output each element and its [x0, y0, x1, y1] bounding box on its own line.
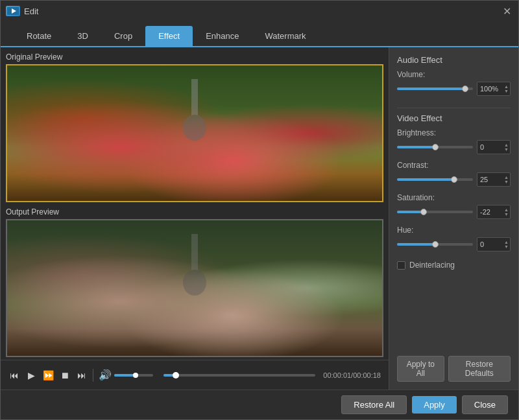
- separator: [93, 369, 93, 382]
- saturation-label: Saturation:: [397, 193, 511, 202]
- app-icon: [6, 6, 20, 16]
- play-button[interactable]: ▶: [25, 370, 37, 380]
- saturation-thumb: [420, 209, 427, 215]
- contrast-track[interactable]: [397, 178, 473, 181]
- contrast-spinners[interactable]: ▲ ▼: [504, 175, 509, 184]
- volume-control: Volume: 100% ▲ ▼: [397, 70, 511, 96]
- saturation-track[interactable]: [397, 211, 473, 213]
- video-effect-title: Video Effect: [397, 113, 511, 123]
- deinterlacing-checkbox[interactable]: [397, 261, 405, 270]
- original-image: [7, 65, 382, 201]
- apply-button[interactable]: Apply: [412, 396, 457, 414]
- saturation-slider-row: -22 ▲ ▼: [397, 205, 511, 219]
- stop-button[interactable]: ⏹: [59, 370, 71, 380]
- svg-point-5: [183, 270, 206, 296]
- volume-spinners[interactable]: ▲ ▼: [504, 84, 509, 93]
- brightness-track[interactable]: [397, 146, 473, 148]
- right-panel-bottom: Apply to All Restore Defaults: [397, 356, 511, 382]
- volume-track-thumb: [462, 86, 468, 92]
- brightness-spinners[interactable]: ▲ ▼: [504, 143, 509, 152]
- output-image: [7, 220, 382, 356]
- bottom-bar: Restore All Apply Close: [1, 390, 518, 419]
- brightness-down-arrow[interactable]: ▼: [504, 147, 509, 152]
- hue-label: Hue:: [397, 226, 511, 235]
- apply-to-all-button[interactable]: Apply to All: [397, 356, 444, 382]
- edit-window: Edit ✕ Rotate 3D Crop Effect Enhance Wat…: [0, 0, 519, 420]
- hue-spinners[interactable]: ▲ ▼: [504, 240, 509, 249]
- restore-all-button[interactable]: Restore All: [341, 395, 407, 414]
- tab-effect[interactable]: Effect: [145, 26, 193, 46]
- contrast-up-arrow[interactable]: ▲: [504, 175, 509, 180]
- fast-forward-button[interactable]: ⏩: [42, 370, 54, 380]
- title-bar: Edit ✕: [1, 1, 518, 21]
- apply-restore-row: Apply to All Restore Defaults: [397, 356, 511, 382]
- time-display: 00:00:01/00:00:18: [323, 371, 381, 379]
- hue-down-arrow[interactable]: ▼: [504, 244, 509, 249]
- preview-area: Original Preview Output Preview: [1, 47, 389, 390]
- output-preview-video: [6, 219, 383, 357]
- skip-forward-button[interactable]: ⏭: [76, 370, 88, 380]
- saturation-control: Saturation: -22 ▲ ▼: [397, 193, 511, 219]
- brightness-slider-row: 0 ▲ ▼: [397, 140, 511, 154]
- playback-controls: ⏮ ▶ ⏩ ⏹ ⏭ 🔊 00:00:01/00:00:18: [1, 360, 389, 390]
- hue-fill: [397, 243, 435, 246]
- main-content: Original Preview Output Preview: [1, 47, 518, 390]
- audio-effect-title: Audio Effect: [397, 55, 511, 65]
- tab-rotate[interactable]: Rotate: [14, 26, 64, 46]
- contrast-slider-row: 25 ▲ ▼: [397, 172, 511, 187]
- volume-slider[interactable]: [114, 374, 153, 377]
- volume-track[interactable]: [397, 88, 473, 90]
- volume-down-arrow[interactable]: ▼: [504, 89, 509, 93]
- skip-back-button[interactable]: ⏮: [8, 370, 20, 380]
- contrast-thumb: [451, 176, 457, 183]
- hue-up-arrow[interactable]: ▲: [504, 240, 509, 244]
- timeline-slider[interactable]: [163, 374, 315, 377]
- volume-up-arrow[interactable]: ▲: [504, 84, 509, 89]
- window-title: Edit: [24, 6, 38, 16]
- original-preview-label: Original Preview: [6, 52, 383, 62]
- volume-thumb: [133, 373, 138, 378]
- contrast-control: Contrast: 25 ▲ ▼: [397, 161, 511, 187]
- volume-icon[interactable]: 🔊: [99, 369, 112, 381]
- deinterlacing-label: Deinterlacing: [409, 261, 455, 270]
- brightness-thumb: [432, 144, 439, 150]
- hue-slider-row: 0 ▲ ▼: [397, 237, 511, 251]
- volume-label: Volume:: [397, 70, 511, 79]
- saturation-down-arrow[interactable]: ▼: [504, 212, 509, 216]
- saturation-value-input[interactable]: -22 ▲ ▼: [477, 205, 511, 219]
- output-preview-label: Output Preview: [6, 207, 383, 216]
- brightness-label: Brightness:: [397, 128, 511, 137]
- hue-track[interactable]: [397, 243, 473, 246]
- brightness-value-input[interactable]: 0 ▲ ▼: [477, 140, 511, 154]
- output-preview-section: Output Preview: [1, 205, 389, 360]
- deinterlacing-row: Deinterlacing: [397, 261, 511, 270]
- brightness-up-arrow[interactable]: ▲: [504, 143, 509, 147]
- timeline-thumb: [173, 372, 179, 379]
- svg-point-3: [183, 115, 206, 141]
- close-window-button[interactable]: ✕: [500, 5, 513, 18]
- restore-defaults-button[interactable]: Restore Defaults: [448, 356, 511, 382]
- right-panel: Audio Effect Volume: 100% ▲ ▼: [389, 47, 518, 390]
- hue-control: Hue: 0 ▲ ▼: [397, 226, 511, 251]
- tab-watermark[interactable]: Watermark: [252, 26, 319, 46]
- saturation-up-arrow[interactable]: ▲: [504, 207, 509, 212]
- volume-value-input[interactable]: 100% ▲ ▼: [477, 82, 511, 96]
- brightness-fill: [397, 146, 435, 148]
- tab-3d[interactable]: 3D: [64, 26, 101, 46]
- volume-container: 🔊: [99, 369, 153, 381]
- tab-enhance[interactable]: Enhance: [193, 26, 252, 46]
- tab-crop[interactable]: Crop: [101, 26, 145, 46]
- hue-value-input[interactable]: 0 ▲ ▼: [477, 237, 511, 251]
- close-button[interactable]: Close: [462, 395, 508, 414]
- contrast-fill: [397, 178, 454, 181]
- original-preview-section: Original Preview: [1, 47, 389, 205]
- saturation-spinners[interactable]: ▲ ▼: [504, 207, 509, 216]
- contrast-value-input[interactable]: 25 ▲ ▼: [477, 172, 511, 187]
- divider-1: [397, 108, 511, 108]
- saturation-fill: [397, 211, 424, 213]
- volume-track-fill: [397, 88, 465, 90]
- original-preview-video: [6, 64, 383, 202]
- contrast-down-arrow[interactable]: ▼: [504, 180, 509, 184]
- volume-slider-row: 100% ▲ ▼: [397, 82, 511, 96]
- contrast-label: Contrast:: [397, 161, 511, 170]
